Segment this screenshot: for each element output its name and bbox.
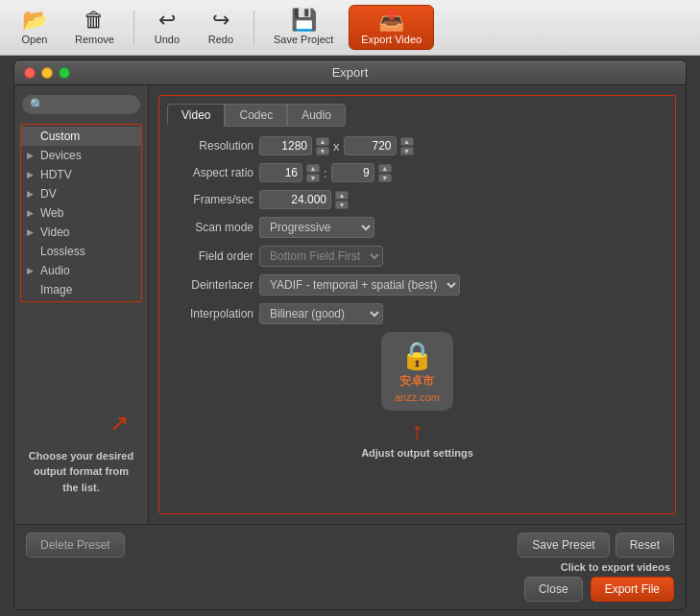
window-body: 🔍 Custom ▶ Devices ▶ HDTV	[14, 85, 686, 524]
format-list: Custom ▶ Devices ▶ HDTV ▶ DV	[14, 120, 148, 410]
resolution-control: ▲ ▼ x ▲ ▼	[259, 136, 414, 155]
format-item-hdtv[interactable]: ▶ HDTV	[21, 165, 141, 184]
preset-actions: Save Preset Reset	[518, 533, 674, 557]
export-file-button[interactable]: Export File	[591, 577, 674, 602]
aspect-width-spinner: ▲ ▼	[306, 164, 320, 182]
remove-button[interactable]: 🗑 Remove	[63, 6, 126, 49]
search-icon: 🔍	[30, 98, 44, 111]
window-controls	[24, 67, 70, 79]
window-titlebar: Export	[14, 60, 686, 85]
sidebar-arrow-annotation: ↗	[20, 410, 129, 437]
maximize-window-button[interactable]	[59, 67, 70, 79]
deinterlacer-select[interactable]: YADIF - temporal + spatial (best) YADIF …	[259, 274, 460, 296]
frames-control: ▲ ▼	[259, 190, 349, 209]
interpolation-select[interactable]: Bilinear (good) Nearest Neighbor Bicubic	[259, 303, 383, 324]
resolution-height-spinner: ▲ ▼	[400, 137, 414, 155]
settings-tabs: Video Codec Audio	[167, 104, 667, 127]
minimize-window-button[interactable]	[41, 67, 53, 79]
resolution-height-down[interactable]: ▼	[400, 147, 414, 155]
watermark-text1: 安卓市	[399, 373, 434, 390]
resolution-height-up[interactable]: ▲	[400, 137, 414, 146]
aspect-ratio-label: Aspect ratio	[167, 166, 253, 179]
frames-sec-spinner: ▲ ▼	[335, 191, 349, 209]
search-input[interactable]	[48, 99, 133, 110]
save-project-label: Save Project	[274, 34, 333, 45]
aspect-colon: :	[324, 166, 327, 180]
separator-2	[253, 11, 254, 45]
resolution-width-input[interactable]	[259, 136, 312, 155]
format-label-lossless: Lossless	[40, 245, 85, 258]
interpolation-label: Interpolation	[167, 307, 253, 320]
close-window-button[interactable]	[24, 67, 36, 79]
frames-sec-down[interactable]: ▼	[335, 201, 349, 209]
format-item-devices[interactable]: ▶ Devices	[21, 146, 141, 165]
aspect-height-up[interactable]: ▲	[378, 164, 392, 173]
undo-button[interactable]: ↩ Undo	[142, 6, 192, 49]
toolbar: 📂 Open 🗑 Remove ↩ Undo ↪ Redo 💾 Save Pro…	[0, 0, 700, 56]
redo-button[interactable]: ↪ Redo	[196, 6, 246, 49]
adjust-annotation-area: ↑ Adjust output settings	[167, 418, 667, 459]
settings-panel: Video Codec Audio Resolution ▲ ▼ x	[158, 95, 676, 514]
tab-audio[interactable]: Audio	[287, 104, 346, 127]
format-item-dv[interactable]: ▶ DV	[21, 184, 141, 203]
watermark-area: 🔒 安卓市 anzz.com ↑ Adjust output settings	[167, 332, 667, 459]
redo-label: Redo	[208, 34, 233, 45]
aspect-height-down[interactable]: ▼	[378, 174, 392, 182]
frames-sec-row: Frames/sec ▲ ▼	[167, 190, 667, 209]
aspect-height-spinner: ▲ ▼	[378, 164, 392, 182]
aspect-control: ▲ ▼ : ▲ ▼	[259, 163, 392, 182]
resolution-height-input[interactable]	[344, 136, 397, 155]
scan-mode-select[interactable]: Progressive Interlaced	[259, 217, 374, 238]
bottom-bar: Delete Preset Save Preset Reset Click to…	[14, 524, 686, 609]
save-project-button[interactable]: 💾 Save Project	[262, 6, 345, 49]
arrow-video: ▶	[27, 227, 36, 237]
export-video-icon: 📤	[378, 10, 404, 31]
format-item-lossless[interactable]: Lossless	[21, 242, 141, 261]
arrow-web: ▶	[27, 208, 36, 218]
format-item-audio[interactable]: ▶ Audio	[21, 261, 141, 280]
resolution-width-spinner: ▲ ▼	[316, 137, 329, 155]
deinterlacer-control: YADIF - temporal + spatial (best) YADIF …	[259, 274, 460, 296]
field-order-control: Bottom Field First Top Field First	[259, 246, 383, 267]
remove-icon: 🗑	[84, 10, 105, 31]
window-title: Export	[332, 65, 369, 80]
frames-sec-input[interactable]	[259, 190, 331, 209]
bottom-row1: Delete Preset Save Preset Reset	[26, 533, 674, 557]
frames-sec-up[interactable]: ▲	[335, 191, 349, 200]
format-item-custom[interactable]: Custom	[21, 127, 141, 146]
save-preset-button[interactable]: Save Preset	[518, 533, 609, 557]
tab-codec[interactable]: Codec	[225, 104, 287, 127]
watermark-box: 🔒 安卓市 anzz.com	[381, 332, 453, 411]
deinterlacer-row: Deinterlacer YADIF - temporal + spatial …	[167, 274, 667, 296]
aspect-width-down[interactable]: ▼	[306, 174, 320, 182]
undo-icon: ↩	[158, 10, 176, 31]
search-box[interactable]: 🔍	[22, 95, 140, 114]
aspect-width-up[interactable]: ▲	[306, 164, 320, 173]
scan-mode-control: Progressive Interlaced	[259, 217, 374, 238]
arrow-devices: ▶	[27, 151, 36, 160]
format-item-image[interactable]: Image	[21, 280, 141, 299]
format-item-web[interactable]: ▶ Web	[21, 203, 141, 223]
aspect-height-input[interactable]	[331, 163, 374, 182]
arrow-audio: ▶	[27, 266, 36, 275]
sidebar-annotation: Choose your desired output format from t…	[20, 438, 142, 515]
interpolation-control: Bilinear (good) Nearest Neighbor Bicubic	[259, 303, 383, 324]
aspect-width-input[interactable]	[259, 163, 302, 182]
field-order-select[interactable]: Bottom Field First Top Field First	[259, 246, 383, 267]
watermark-block: 🔒 安卓市 anzz.com	[167, 332, 667, 411]
format-item-video[interactable]: ▶ Video	[21, 223, 141, 242]
interpolation-row: Interpolation Bilinear (good) Nearest Ne…	[167, 303, 667, 324]
close-button[interactable]: Close	[524, 577, 583, 602]
resolution-width-down[interactable]: ▼	[316, 147, 329, 155]
resolution-width-up[interactable]: ▲	[316, 137, 329, 146]
format-label-dv: DV	[40, 187, 57, 201]
open-button[interactable]: 📂 Open	[10, 6, 60, 49]
tab-video[interactable]: Video	[167, 104, 225, 127]
reset-button[interactable]: Reset	[616, 533, 674, 557]
sidebar: 🔍 Custom ▶ Devices ▶ HDTV	[14, 85, 149, 524]
main-content: Video Codec Audio Resolution ▲ ▼ x	[149, 85, 686, 524]
open-label: Open	[22, 34, 48, 45]
field-order-row: Field order Bottom Field First Top Field…	[167, 246, 667, 267]
delete-preset-button[interactable]: Delete Preset	[26, 533, 125, 557]
export-video-button[interactable]: 📤 Export Video	[349, 5, 434, 50]
